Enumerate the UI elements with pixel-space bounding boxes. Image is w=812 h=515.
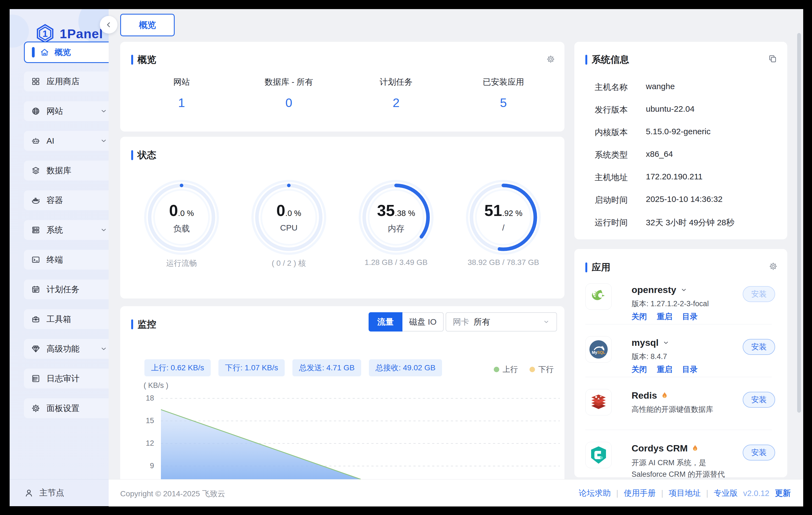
gauge-value-int: 51 — [484, 201, 502, 219]
gear-icon — [31, 404, 40, 413]
sidebar-collapse-button[interactable] — [100, 16, 117, 34]
logo: 1 1Panel — [35, 23, 103, 44]
action-restart[interactable]: 重启 — [657, 311, 672, 322]
action-stop[interactable]: 关闭 — [632, 364, 647, 375]
diamond-icon — [31, 344, 40, 353]
chevron-down-icon — [100, 107, 108, 115]
sys-value-distro: ubuntu-22.04 — [646, 104, 695, 114]
sidebar-item-label: 高级功能 — [47, 343, 80, 354]
sidebar-item-label: 系统 — [47, 225, 63, 236]
header-accent-bar — [585, 262, 587, 273]
copy-icon[interactable] — [768, 54, 777, 63]
action-restart[interactable]: 重启 — [657, 364, 672, 375]
terminal-icon — [31, 255, 40, 264]
sidebar-item-pro-features[interactable]: 高级功能 — [24, 339, 109, 359]
gear-icon[interactable] — [546, 55, 555, 64]
gauge-value-dec: .0 % — [285, 209, 301, 218]
apps-card-header: 应用 — [585, 261, 610, 274]
action-stop[interactable]: 关闭 — [632, 311, 647, 322]
sidebar-item-ai[interactable]: AI — [24, 131, 109, 151]
sidebar-item-container[interactable]: 容器 — [24, 190, 109, 210]
action-directory[interactable]: 目录 — [682, 364, 698, 375]
sidebar-item-cron[interactable]: 计划任务 — [24, 280, 109, 299]
node-selector[interactable]: 主节点 — [10, 479, 109, 506]
toggle-disk-io-label: 磁盘 IO — [409, 316, 437, 328]
server-icon — [31, 225, 40, 235]
sys-label-hostname: 主机名称 — [595, 82, 644, 93]
globe-icon — [31, 107, 40, 116]
gauge-value-dec: .92 % — [502, 209, 522, 218]
legend-label: 上行 — [502, 364, 518, 375]
sidebar-item-database[interactable]: 数据库 — [24, 161, 109, 180]
chevron-down-icon[interactable] — [680, 286, 687, 293]
footer-links: 论坛求助 | 使用手册 | 项目地址 | 专业版 v2.0.12 更新 — [579, 488, 791, 499]
openresty-logo — [589, 287, 608, 307]
svg-text:1: 1 — [42, 28, 48, 39]
copyright-text: Copyright © 2014-2025 飞致云 — [120, 489, 225, 499]
link-forum-help[interactable]: 论坛求助 — [579, 488, 611, 499]
gauge-value-dec: .38 % — [395, 209, 415, 218]
sidebar-item-overview[interactable]: 概览 — [24, 41, 109, 63]
sidebar-item-label: 数据库 — [47, 165, 71, 176]
install-button-redis[interactable]: 安装 — [743, 392, 775, 408]
version-text: v2.0.12 — [743, 489, 770, 498]
sidebar-item-label: 计划任务 — [47, 284, 80, 295]
toolbox-icon — [31, 314, 40, 324]
toggle-disk-io[interactable]: 磁盘 IO — [402, 312, 444, 332]
sidebar-item-website[interactable]: 网站 — [24, 101, 109, 121]
row-divider — [585, 430, 772, 430]
sidebar-item-system[interactable]: 系统 — [24, 220, 109, 240]
header-accent-bar — [585, 55, 587, 65]
sidebar-item-settings[interactable]: 面板设置 — [24, 398, 109, 418]
gauge-value: 0.0 % — [249, 201, 329, 220]
gear-icon[interactable] — [768, 262, 778, 271]
tab-label: 概览 — [139, 19, 156, 31]
sys-label-host-address: 主机地址 — [595, 172, 644, 183]
network-card-select[interactable]: 网卡 所有 — [445, 312, 557, 332]
legend-label: 下行 — [538, 364, 554, 375]
sidebar-item-app-store[interactable]: 应用商店 — [24, 71, 109, 91]
update-link[interactable]: 更新 — [775, 488, 791, 499]
page-scrollbar-thumb[interactable] — [797, 33, 801, 413]
sidebar-item-logs[interactable]: 日志审计 — [24, 369, 109, 389]
gauge-value-int: 0 — [169, 201, 178, 219]
sidebar-item-terminal[interactable]: 终端 — [24, 250, 109, 269]
sidebar-item-label: 容器 — [47, 195, 63, 206]
stat-value-cronjobs[interactable]: 2 — [341, 96, 451, 110]
sidebar-item-label: 应用商店 — [47, 76, 80, 87]
toggle-traffic[interactable]: 流量 — [369, 312, 402, 332]
divider: | — [616, 489, 618, 498]
gauge-label: 内存 — [356, 223, 436, 234]
gauge-disk-root: 51.92 % / — [463, 177, 543, 257]
legend-downstream[interactable]: 下行 — [529, 364, 554, 375]
sidebar-item-toolbox[interactable]: 工具箱 — [24, 309, 109, 329]
stat-label-websites: 网站 — [126, 77, 237, 88]
mysql-logo: MySQL — [588, 339, 609, 360]
gauge-label: / — [463, 223, 543, 232]
install-button-cordys[interactable]: 安装 — [743, 445, 775, 460]
chevron-down-icon[interactable] — [662, 339, 669, 346]
action-directory[interactable]: 目录 — [682, 311, 698, 322]
link-project-site[interactable]: 项目地址 — [669, 488, 701, 499]
link-pro-edition[interactable]: 专业版 — [714, 488, 738, 499]
node-label: 主节点 — [39, 487, 64, 498]
stat-value-websites[interactable]: 1 — [126, 96, 237, 110]
chevron-left-icon — [105, 21, 113, 29]
stat-value-installed-apps[interactable]: 5 — [448, 96, 558, 110]
link-user-manual[interactable]: 使用手册 — [624, 488, 656, 499]
install-button-mysql[interactable]: 安装 — [743, 339, 775, 355]
sys-value-kernel: 5.15.0-92-generic — [646, 127, 710, 136]
redis-app-icon — [585, 389, 612, 416]
tab-overview[interactable]: 概览 — [120, 14, 175, 36]
app-name: Redis — [632, 390, 657, 401]
install-button-openresty[interactable]: 安装 — [743, 286, 775, 302]
divider: | — [661, 489, 664, 498]
stat-label-cronjobs: 计划任务 — [341, 77, 451, 88]
hot-flame-icon — [692, 444, 699, 453]
stat-value-databases[interactable]: 0 — [234, 96, 344, 110]
legend-upstream[interactable]: 上行 — [494, 364, 518, 375]
app-version: 版本: 8.4.7 — [632, 351, 667, 362]
chevron-down-icon — [100, 137, 108, 145]
openresty-name-row: openresty — [632, 284, 687, 295]
gauge-value: 51.92 % — [463, 201, 543, 220]
